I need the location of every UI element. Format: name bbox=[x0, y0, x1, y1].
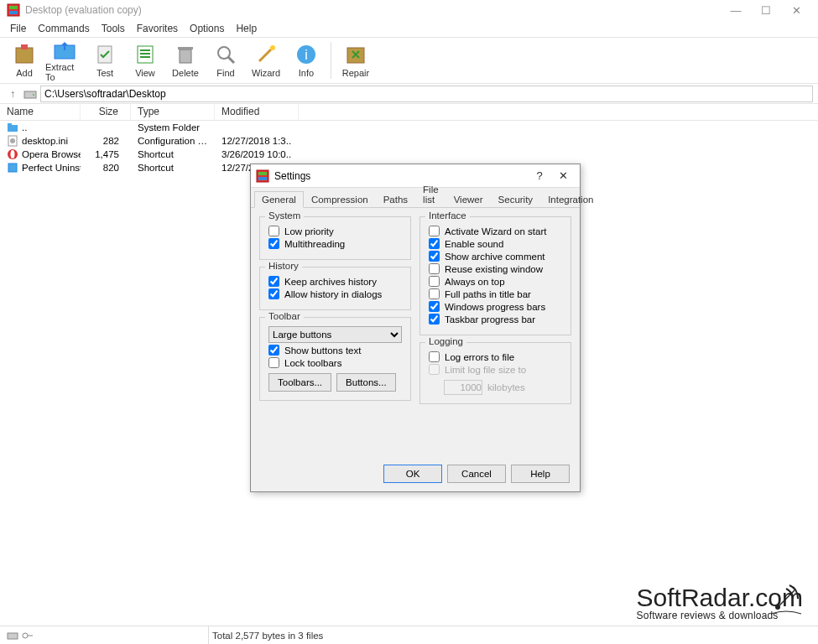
file-row[interactable]: desktop.ini282Configuration setti..12/27… bbox=[0, 134, 818, 148]
window-title: Desktop (evaluation copy) bbox=[25, 4, 142, 16]
add-button[interactable]: Add bbox=[5, 39, 44, 82]
dialog-help-button[interactable]: ? bbox=[528, 167, 551, 185]
app-icon bbox=[7, 3, 20, 17]
watermark: SoftRadar.com Software reviews & downloa… bbox=[637, 585, 803, 621]
buttons-button[interactable]: Buttons... bbox=[336, 373, 396, 392]
path-input[interactable] bbox=[40, 86, 813, 102]
keep-history-checkbox[interactable]: Keep archives history bbox=[268, 276, 402, 287]
svg-rect-12 bbox=[178, 47, 193, 49]
svg-rect-2 bbox=[9, 11, 18, 14]
tab-security[interactable]: Security bbox=[491, 191, 541, 208]
svg-rect-11 bbox=[180, 49, 191, 63]
menu-tools[interactable]: Tools bbox=[96, 21, 130, 36]
interface-checkbox[interactable]: Enable sound bbox=[429, 238, 562, 249]
interface-checkbox[interactable]: Taskbar progress bar bbox=[429, 314, 562, 325]
archive-icon bbox=[13, 43, 36, 66]
maximize-button[interactable]: ☐ bbox=[751, 2, 781, 18]
limit-log-checkbox[interactable]: Limit log file size to bbox=[429, 364, 562, 375]
svg-point-13 bbox=[218, 47, 230, 59]
repair-icon bbox=[344, 43, 367, 66]
svg-rect-33 bbox=[8, 633, 18, 639]
history-group: History Keep archives history Allow hist… bbox=[259, 267, 411, 310]
folder-out-icon bbox=[53, 39, 76, 60]
delete-button[interactable]: Delete bbox=[166, 39, 205, 82]
toolbar-separator bbox=[331, 42, 331, 79]
view-button[interactable]: View bbox=[126, 39, 164, 82]
dialog-title: Settings bbox=[274, 170, 310, 182]
svg-point-27 bbox=[11, 150, 15, 158]
svg-rect-30 bbox=[258, 172, 267, 175]
extract-button[interactable]: Extract To bbox=[45, 39, 84, 82]
svg-rect-4 bbox=[21, 44, 28, 49]
drive-icon bbox=[23, 87, 37, 101]
menu-file[interactable]: File bbox=[5, 21, 31, 36]
find-button[interactable]: Find bbox=[206, 39, 245, 82]
file-row[interactable]: Opera Browser.lnk1,475Shortcut3/26/2019 … bbox=[0, 148, 818, 161]
wizard-button[interactable]: Wizard bbox=[247, 39, 285, 82]
interface-checkbox[interactable]: Reuse existing window bbox=[429, 263, 562, 274]
show-buttons-text-checkbox[interactable]: Show buttons text bbox=[268, 345, 402, 356]
svg-point-16 bbox=[270, 45, 275, 50]
key-icon bbox=[22, 631, 34, 641]
up-button[interactable]: ↑ bbox=[5, 86, 20, 101]
file-icon bbox=[7, 148, 18, 160]
multithreading-checkbox[interactable]: Multithreading bbox=[268, 238, 402, 249]
tab-general-body: System Low priority Multithreading Histo… bbox=[251, 208, 580, 413]
toolbar-size-select[interactable]: Large buttons bbox=[268, 326, 402, 343]
tab-compression[interactable]: Compression bbox=[304, 191, 376, 208]
ok-button[interactable]: OK bbox=[383, 465, 442, 483]
svg-rect-3 bbox=[16, 48, 33, 63]
menu-commands[interactable]: Commands bbox=[33, 21, 94, 36]
file-row[interactable]: ..System Folder bbox=[0, 121, 818, 134]
info-button[interactable]: iInfo bbox=[287, 39, 326, 82]
lock-toolbars-checkbox[interactable]: Lock toolbars bbox=[268, 357, 402, 368]
col-size[interactable]: Size bbox=[81, 104, 131, 120]
test-icon bbox=[93, 43, 117, 66]
window-titlebar: Desktop (evaluation copy) — ☐ ✕ bbox=[0, 0, 818, 20]
test-button[interactable]: Test bbox=[86, 39, 124, 82]
interface-checkbox[interactable]: Full paths in title bar bbox=[429, 288, 562, 299]
low-priority-checkbox[interactable]: Low priority bbox=[268, 226, 402, 236]
file-list-header: Name Size Type Modified bbox=[0, 104, 818, 121]
menubar: File Commands Tools Favorites Options He… bbox=[0, 20, 818, 37]
close-button[interactable]: ✕ bbox=[781, 2, 811, 18]
help-button[interactable]: Help bbox=[511, 465, 570, 483]
col-modified[interactable]: Modified bbox=[215, 104, 299, 120]
svg-rect-8 bbox=[140, 49, 150, 51]
interface-checkbox[interactable]: Activate Wizard on start bbox=[429, 226, 562, 236]
trash-icon bbox=[174, 43, 197, 66]
menu-options[interactable]: Options bbox=[185, 21, 229, 36]
tab-viewer[interactable]: Viewer bbox=[446, 191, 491, 208]
dialog-close-button[interactable]: ✕ bbox=[551, 167, 575, 185]
interface-checkbox[interactable]: Always on top bbox=[429, 276, 562, 287]
file-icon bbox=[7, 135, 18, 147]
settings-tabs: GeneralCompressionPathsFile listViewerSe… bbox=[251, 188, 580, 208]
view-icon bbox=[133, 43, 157, 66]
svg-rect-28 bbox=[8, 164, 17, 172]
interface-checkbox[interactable]: Show archive comment bbox=[429, 251, 562, 262]
toolbars-button[interactable]: Toolbars... bbox=[268, 373, 331, 392]
menu-favorites[interactable]: Favorites bbox=[132, 21, 183, 36]
file-icon bbox=[7, 122, 18, 133]
tab-file-list[interactable]: File list bbox=[415, 181, 446, 208]
log-errors-checkbox[interactable]: Log errors to file bbox=[429, 351, 562, 362]
address-bar: ↑ bbox=[0, 84, 818, 104]
repair-button[interactable]: Repair bbox=[336, 39, 375, 82]
tab-integration[interactable]: Integration bbox=[540, 191, 601, 208]
menu-help[interactable]: Help bbox=[231, 21, 262, 36]
log-size-input[interactable] bbox=[444, 380, 482, 395]
col-name[interactable]: Name bbox=[0, 104, 81, 120]
toolbar: Add Extract To Test View Delete Find Wiz… bbox=[0, 37, 818, 84]
allow-history-checkbox[interactable]: Allow history in dialogs bbox=[268, 288, 402, 299]
col-type[interactable]: Type bbox=[131, 104, 215, 120]
minimize-button[interactable]: — bbox=[721, 2, 751, 18]
tab-paths[interactable]: Paths bbox=[376, 191, 415, 208]
log-size-unit: kilobytes bbox=[487, 382, 525, 392]
svg-line-15 bbox=[259, 49, 271, 61]
cancel-button[interactable]: Cancel bbox=[447, 465, 506, 483]
tab-general[interactable]: General bbox=[254, 191, 304, 208]
svg-rect-9 bbox=[140, 53, 150, 55]
svg-point-21 bbox=[33, 94, 34, 96]
satellite-icon bbox=[768, 580, 805, 617]
interface-checkbox[interactable]: Windows progress bars bbox=[429, 301, 562, 312]
